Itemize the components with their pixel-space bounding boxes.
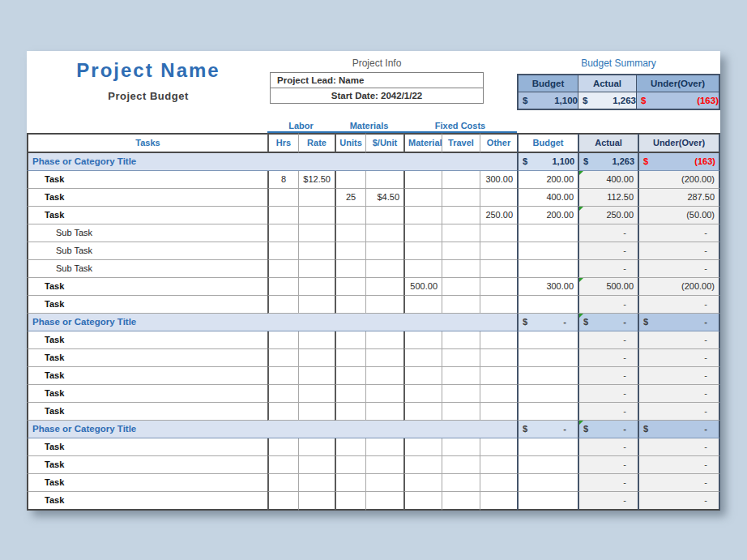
hrs-cell[interactable] xyxy=(267,456,298,474)
budget-cell[interactable] xyxy=(517,456,578,474)
material-cell[interactable] xyxy=(403,474,442,492)
rate-cell[interactable] xyxy=(298,456,335,474)
under-cell[interactable]: (200.00) xyxy=(638,171,720,189)
task-label-cell[interactable]: Task xyxy=(27,189,267,207)
travel-cell[interactable] xyxy=(442,207,480,224)
travel-cell[interactable] xyxy=(442,242,480,260)
budget-cell[interactable] xyxy=(517,331,578,349)
under-cell[interactable]: - xyxy=(638,474,720,492)
column-header-rate[interactable]: Rate xyxy=(298,133,335,153)
summary-header-budget[interactable]: Budget xyxy=(519,75,578,92)
column-header-unit-cost[interactable]: $/Unit xyxy=(365,133,403,153)
hrs-cell[interactable] xyxy=(267,331,298,349)
rate-cell[interactable] xyxy=(298,349,335,367)
rate-cell[interactable] xyxy=(298,278,335,296)
budget-cell[interactable]: 200.00 xyxy=(517,207,578,224)
travel-cell[interactable] xyxy=(442,367,480,385)
project-subtitle-cell[interactable]: Project Budget xyxy=(27,90,270,102)
under-cell[interactable]: - xyxy=(638,296,720,314)
material-cell[interactable] xyxy=(403,349,442,367)
unit-cost-cell[interactable] xyxy=(365,474,403,492)
task-label-cell[interactable]: Task xyxy=(27,349,267,367)
travel-cell[interactable] xyxy=(442,403,480,421)
under-cell[interactable]: - xyxy=(638,242,720,260)
task-label-cell[interactable]: Task xyxy=(27,171,267,189)
hrs-cell[interactable]: 8 xyxy=(267,171,298,189)
other-cell[interactable] xyxy=(480,349,517,367)
units-cell[interactable] xyxy=(335,349,365,367)
budget-cell[interactable] xyxy=(517,492,578,511)
under-cell[interactable]: (200.00) xyxy=(638,278,720,296)
material-cell[interactable] xyxy=(403,260,442,278)
unit-cost-cell[interactable] xyxy=(365,456,403,474)
rate-cell[interactable] xyxy=(298,367,335,385)
unit-cost-cell[interactable] xyxy=(365,242,403,260)
task-label-cell[interactable]: Task xyxy=(27,207,267,224)
budget-cell[interactable] xyxy=(517,438,578,456)
hrs-cell[interactable] xyxy=(267,403,298,421)
under-cell[interactable]: - xyxy=(638,349,720,367)
phase-title-cell[interactable]: Phase or Category Title xyxy=(27,153,517,171)
phase-under-cell[interactable]: $- xyxy=(638,421,720,438)
hrs-cell[interactable] xyxy=(267,278,298,296)
summary-actual-value[interactable]: $1,263 xyxy=(578,92,636,109)
rate-cell[interactable] xyxy=(298,474,335,492)
unit-cost-cell[interactable] xyxy=(365,438,403,456)
other-cell[interactable] xyxy=(480,492,517,511)
under-cell[interactable]: - xyxy=(638,456,720,474)
column-header-units[interactable]: Units xyxy=(335,133,365,153)
other-cell[interactable] xyxy=(480,278,517,296)
rate-cell[interactable] xyxy=(298,189,335,207)
actual-cell[interactable]: - xyxy=(578,367,638,385)
units-cell[interactable] xyxy=(335,456,365,474)
unit-cost-cell[interactable]: $4.50 xyxy=(365,189,403,207)
budget-cell[interactable] xyxy=(517,367,578,385)
phase-budget-cell[interactable]: $1,100 xyxy=(517,153,578,171)
budget-cell[interactable]: 200.00 xyxy=(517,171,578,189)
hrs-cell[interactable] xyxy=(267,224,298,242)
travel-cell[interactable] xyxy=(442,474,480,492)
under-cell[interactable]: - xyxy=(638,367,720,385)
under-cell[interactable]: - xyxy=(638,403,720,421)
start-date-cell[interactable]: Start Date: 2042/1/22 xyxy=(271,88,483,103)
other-cell[interactable] xyxy=(480,242,517,260)
material-cell[interactable] xyxy=(403,438,442,456)
units-cell[interactable] xyxy=(335,278,365,296)
budget-cell[interactable] xyxy=(517,474,578,492)
budget-cell[interactable] xyxy=(517,296,578,314)
summary-header-under-over[interactable]: Under(Over) xyxy=(636,75,719,92)
actual-cell[interactable]: - xyxy=(578,456,638,474)
other-cell[interactable] xyxy=(480,474,517,492)
column-header-actual[interactable]: Actual xyxy=(578,133,638,153)
unit-cost-cell[interactable] xyxy=(365,367,403,385)
under-cell[interactable]: - xyxy=(638,224,720,242)
task-label-cell[interactable]: Task xyxy=(27,278,267,296)
other-cell[interactable] xyxy=(480,456,517,474)
unit-cost-cell[interactable] xyxy=(365,260,403,278)
unit-cost-cell[interactable] xyxy=(365,296,403,314)
hrs-cell[interactable] xyxy=(267,260,298,278)
actual-cell[interactable]: 112.50 xyxy=(578,189,638,207)
budget-cell[interactable] xyxy=(517,242,578,260)
travel-cell[interactable] xyxy=(442,189,480,207)
hrs-cell[interactable] xyxy=(267,207,298,224)
task-label-cell[interactable]: Task xyxy=(27,474,267,492)
travel-cell[interactable] xyxy=(442,492,480,511)
material-cell[interactable] xyxy=(403,456,442,474)
units-cell[interactable]: 25 xyxy=(335,189,365,207)
under-cell[interactable]: - xyxy=(638,438,720,456)
task-label-cell[interactable]: Task xyxy=(27,331,267,349)
rate-cell[interactable] xyxy=(298,438,335,456)
project-lead-cell[interactable]: Project Lead: Name xyxy=(271,73,483,88)
travel-cell[interactable] xyxy=(442,385,480,403)
travel-cell[interactable] xyxy=(442,331,480,349)
travel-cell[interactable] xyxy=(442,438,480,456)
actual-cell[interactable]: 400.00 xyxy=(578,171,638,189)
hrs-cell[interactable] xyxy=(267,438,298,456)
other-cell[interactable] xyxy=(480,189,517,207)
column-header-travel[interactable]: Travel xyxy=(442,133,480,153)
unit-cost-cell[interactable] xyxy=(365,207,403,224)
unit-cost-cell[interactable] xyxy=(365,278,403,296)
hrs-cell[interactable] xyxy=(267,367,298,385)
rate-cell[interactable] xyxy=(298,260,335,278)
